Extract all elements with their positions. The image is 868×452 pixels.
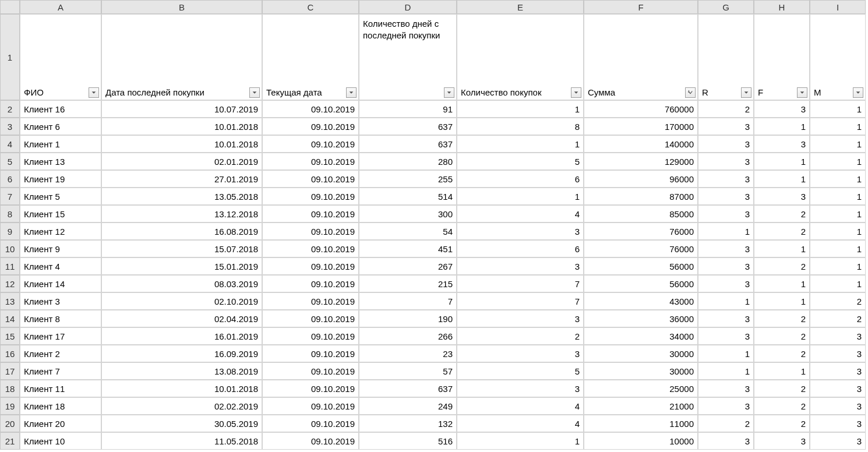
cell-H5[interactable]: 1	[754, 153, 810, 170]
cell-A2[interactable]: Клиент 16	[20, 100, 101, 118]
cell-D2[interactable]: 91	[359, 100, 457, 118]
filter-dropdown-icon[interactable]	[249, 87, 260, 98]
cell-E5[interactable]: 5	[457, 153, 584, 170]
cell-H12[interactable]: 1	[754, 275, 810, 292]
cell-B5[interactable]: 02.01.2019	[101, 153, 262, 170]
cell-E10[interactable]: 6	[457, 240, 584, 257]
cell-F6[interactable]: 96000	[584, 170, 698, 188]
header-cell-C[interactable]: Текущая дата	[262, 14, 359, 100]
cell-I10[interactable]: 1	[810, 240, 866, 257]
cell-D6[interactable]: 255	[359, 170, 457, 188]
cell-A12[interactable]: Клиент 14	[20, 275, 101, 292]
row-head-5[interactable]: 5	[0, 153, 20, 170]
row-head-3[interactable]: 3	[0, 118, 20, 135]
column-head-F[interactable]: F	[584, 0, 698, 14]
cell-A3[interactable]: Клиент 6	[20, 118, 101, 135]
cell-A5[interactable]: Клиент 13	[20, 153, 101, 170]
cell-F2[interactable]: 760000	[584, 100, 698, 118]
cell-C3[interactable]: 09.10.2019	[262, 118, 359, 135]
cell-A19[interactable]: Клиент 18	[20, 397, 101, 415]
cell-C14[interactable]: 09.10.2019	[262, 310, 359, 327]
cell-D7[interactable]: 514	[359, 188, 457, 205]
cell-H2[interactable]: 3	[754, 100, 810, 118]
column-head-C[interactable]: C	[262, 0, 359, 14]
cell-C19[interactable]: 09.10.2019	[262, 397, 359, 415]
cell-D21[interactable]: 516	[359, 432, 457, 450]
cell-B20[interactable]: 30.05.2019	[101, 415, 262, 432]
cell-B15[interactable]: 16.01.2019	[101, 327, 262, 345]
cell-C8[interactable]: 09.10.2019	[262, 205, 359, 223]
cell-A21[interactable]: Клиент 10	[20, 432, 101, 450]
cell-F10[interactable]: 76000	[584, 240, 698, 257]
cell-H8[interactable]: 2	[754, 205, 810, 223]
cell-H21[interactable]: 3	[754, 432, 810, 450]
cell-G18[interactable]: 3	[698, 380, 754, 397]
column-head-E[interactable]: E	[457, 0, 584, 14]
cell-G5[interactable]: 3	[698, 153, 754, 170]
cell-B7[interactable]: 13.05.2018	[101, 188, 262, 205]
row-head-18[interactable]: 18	[0, 380, 20, 397]
cell-G11[interactable]: 3	[698, 257, 754, 275]
row-head-14[interactable]: 14	[0, 310, 20, 327]
cell-B10[interactable]: 15.07.2018	[101, 240, 262, 257]
cell-G16[interactable]: 1	[698, 345, 754, 362]
header-cell-D[interactable]: Количество дней с последней покупки	[359, 14, 457, 100]
cell-D4[interactable]: 637	[359, 135, 457, 153]
cell-A9[interactable]: Клиент 12	[20, 223, 101, 240]
cell-G14[interactable]: 3	[698, 310, 754, 327]
cell-C4[interactable]: 09.10.2019	[262, 135, 359, 153]
filter-dropdown-icon[interactable]	[741, 87, 751, 98]
header-cell-E[interactable]: Количество покупок	[457, 14, 584, 100]
cell-D3[interactable]: 637	[359, 118, 457, 135]
cell-F20[interactable]: 11000	[584, 415, 698, 432]
cell-I5[interactable]: 1	[810, 153, 866, 170]
cell-F14[interactable]: 36000	[584, 310, 698, 327]
cell-E9[interactable]: 3	[457, 223, 584, 240]
cell-D5[interactable]: 280	[359, 153, 457, 170]
cell-B16[interactable]: 16.09.2019	[101, 345, 262, 362]
cell-H13[interactable]: 1	[754, 292, 810, 310]
cell-G19[interactable]: 3	[698, 397, 754, 415]
cell-H19[interactable]: 2	[754, 397, 810, 415]
header-cell-F[interactable]: Сумма	[584, 14, 698, 100]
cell-A4[interactable]: Клиент 1	[20, 135, 101, 153]
cell-E6[interactable]: 6	[457, 170, 584, 188]
cell-I15[interactable]: 3	[810, 327, 866, 345]
cell-G6[interactable]: 3	[698, 170, 754, 188]
filter-dropdown-icon[interactable]	[346, 87, 357, 98]
cell-B13[interactable]: 02.10.2019	[101, 292, 262, 310]
cell-B11[interactable]: 15.01.2019	[101, 257, 262, 275]
cell-D18[interactable]: 637	[359, 380, 457, 397]
cell-I8[interactable]: 1	[810, 205, 866, 223]
cell-G21[interactable]: 3	[698, 432, 754, 450]
cell-F9[interactable]: 76000	[584, 223, 698, 240]
cell-F21[interactable]: 10000	[584, 432, 698, 450]
cell-H20[interactable]: 2	[754, 415, 810, 432]
cell-C5[interactable]: 09.10.2019	[262, 153, 359, 170]
cell-E11[interactable]: 3	[457, 257, 584, 275]
cell-F18[interactable]: 25000	[584, 380, 698, 397]
row-head-17[interactable]: 17	[0, 362, 20, 380]
cell-C7[interactable]: 09.10.2019	[262, 188, 359, 205]
cell-H14[interactable]: 2	[754, 310, 810, 327]
row-head-15[interactable]: 15	[0, 327, 20, 345]
row-head-8[interactable]: 8	[0, 205, 20, 223]
cell-C10[interactable]: 09.10.2019	[262, 240, 359, 257]
cell-F7[interactable]: 87000	[584, 188, 698, 205]
row-head-11[interactable]: 11	[0, 257, 20, 275]
cell-H11[interactable]: 2	[754, 257, 810, 275]
header-cell-I[interactable]: M	[810, 14, 866, 100]
cell-C2[interactable]: 09.10.2019	[262, 100, 359, 118]
cell-G8[interactable]: 3	[698, 205, 754, 223]
cell-D12[interactable]: 215	[359, 275, 457, 292]
cell-G9[interactable]: 1	[698, 223, 754, 240]
cell-G20[interactable]: 2	[698, 415, 754, 432]
cell-H17[interactable]: 1	[754, 362, 810, 380]
cell-B12[interactable]: 08.03.2019	[101, 275, 262, 292]
cell-B8[interactable]: 13.12.2018	[101, 205, 262, 223]
cell-E3[interactable]: 8	[457, 118, 584, 135]
row-head-19[interactable]: 19	[0, 397, 20, 415]
cell-C17[interactable]: 09.10.2019	[262, 362, 359, 380]
row-head-1[interactable]: 1	[0, 14, 20, 100]
row-head-21[interactable]: 21	[0, 432, 20, 450]
